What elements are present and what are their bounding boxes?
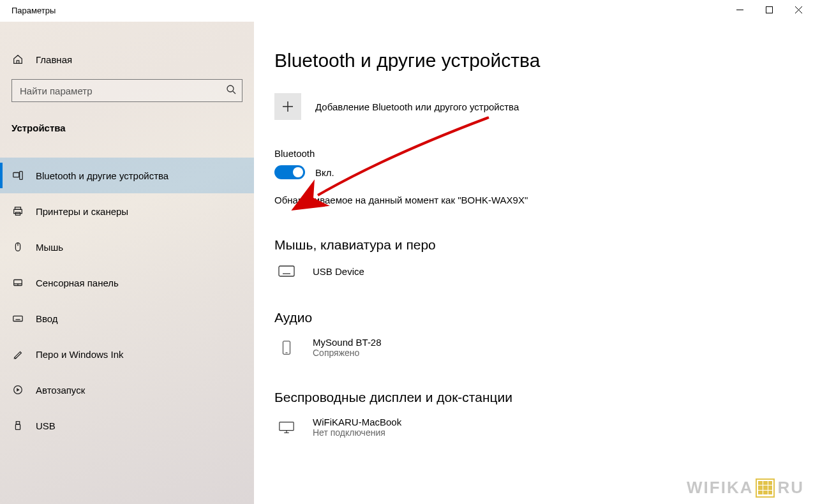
section-display-heading: Беспроводные дисплеи и док-станции [274, 390, 813, 405]
sidebar-item-label: Ввод [36, 313, 58, 324]
search-wrap [11, 79, 242, 102]
sidebar-section-title: Устройства [0, 117, 254, 142]
device-name: MySound BT-28 [313, 337, 382, 348]
svg-rect-6 [13, 173, 19, 177]
pen-icon [11, 348, 24, 360]
sidebar-item-label: Мышь [36, 242, 63, 253]
svg-rect-16 [13, 316, 22, 321]
svg-rect-34 [283, 341, 290, 353]
home-icon [11, 54, 24, 65]
sidebar: Главная Устройства Bluetooth и другие ус… [0, 22, 254, 504]
sidebar-item-printers[interactable]: Принтеры и сканеры [0, 193, 254, 229]
device-name: WiFiKARU-MacBook [313, 417, 401, 427]
close-button[interactable] [784, 0, 813, 19]
add-device-label: Добавление Bluetooth или другого устройс… [315, 101, 519, 112]
svg-rect-27 [279, 266, 294, 276]
svg-rect-36 [280, 422, 294, 430]
device-display[interactable]: WiFiKARU-MacBook Нет подключения [274, 417, 813, 438]
sidebar-item-label: Принтеры и сканеры [36, 206, 128, 217]
bluetooth-toggle-state: Вкл. [315, 167, 334, 178]
section-audio-heading: Аудио [274, 310, 813, 325]
main-content: Bluetooth и другие устройства Добавление… [254, 22, 813, 504]
watermark: WIFIKA RU [687, 478, 804, 498]
svg-line-5 [233, 91, 235, 94]
search-input[interactable] [11, 79, 242, 102]
monitor-icon [274, 420, 299, 434]
sidebar-item-mouse[interactable]: Мышь [0, 229, 254, 265]
sidebar-item-label: USB [36, 420, 56, 431]
device-name: USB Device [313, 266, 364, 277]
device-usb[interactable]: USB Device [274, 264, 813, 278]
sidebar-item-label: Сенсорная панель [36, 278, 119, 288]
device-audio[interactable]: MySound BT-28 Сопряжено [274, 337, 813, 358]
touchpad-icon [11, 277, 24, 288]
window-title: Параметры [0, 0, 56, 15]
keyboard-icon [11, 313, 24, 324]
bluetooth-toggle[interactable] [274, 165, 305, 179]
titlebar: Параметры [0, 0, 813, 22]
discoverable-text: Обнаруживаемое на данный момент как "BOH… [274, 195, 813, 205]
svg-rect-24 [15, 424, 20, 429]
sidebar-item-usb[interactable]: USB [0, 408, 254, 443]
svg-rect-7 [20, 172, 23, 180]
sidebar-home-label: Главная [36, 54, 72, 65]
sidebar-item-label: Автозапуск [36, 385, 85, 396]
printer-icon [11, 205, 24, 217]
sidebar-item-autoplay[interactable]: Автозапуск [0, 372, 254, 408]
maximize-button[interactable] [754, 0, 784, 19]
keyboard-icon [274, 264, 299, 278]
svg-point-4 [227, 85, 234, 92]
sidebar-item-typing[interactable]: Ввод [0, 300, 254, 336]
usb-icon [11, 420, 24, 431]
phone-icon [274, 341, 299, 355]
window-controls [725, 0, 813, 19]
sidebar-item-bluetooth[interactable]: Bluetooth и другие устройства [0, 158, 254, 193]
plus-icon [274, 93, 301, 120]
autoplay-icon [11, 384, 24, 396]
devices-icon [11, 170, 24, 181]
section-mouse-heading: Мышь, клавиатура и перо [274, 237, 813, 253]
device-status: Сопряжено [313, 348, 382, 358]
qr-icon [756, 478, 775, 498]
sidebar-item-label: Bluetooth и другие устройства [36, 170, 168, 181]
sidebar-item-label: Перо и Windows Ink [36, 349, 124, 360]
sidebar-item-pen[interactable]: Перо и Windows Ink [0, 336, 254, 372]
search-icon [226, 84, 236, 97]
mouse-icon [11, 241, 24, 253]
bluetooth-heading: Bluetooth [274, 148, 813, 159]
sidebar-nav: Bluetooth и другие устройства Принтеры и… [0, 158, 254, 443]
device-status: Нет подключения [313, 427, 401, 438]
svg-rect-1 [766, 6, 772, 13]
svg-rect-9 [14, 209, 22, 213]
add-device-button[interactable]: Добавление Bluetooth или другого устройс… [274, 93, 813, 120]
page-title: Bluetooth и другие устройства [274, 50, 813, 71]
sidebar-home[interactable]: Главная [0, 50, 254, 77]
minimize-button[interactable] [725, 0, 754, 19]
svg-rect-23 [16, 422, 19, 425]
sidebar-item-touchpad[interactable]: Сенсорная панель [0, 265, 254, 300]
